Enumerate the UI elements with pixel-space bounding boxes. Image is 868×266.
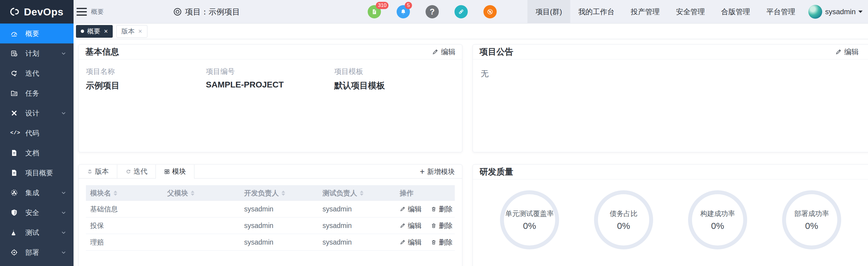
nav-item-workbench[interactable]: 我的工作台	[570, 0, 623, 24]
trash-icon	[431, 239, 437, 245]
basic-info-title: 基本信息	[85, 46, 119, 58]
security-icon	[10, 209, 18, 216]
nav-item-security-mgmt[interactable]: 安全管理	[668, 0, 713, 24]
sidebar-item-integration[interactable]: 集成	[0, 183, 73, 203]
sidebar-item-security[interactable]: 安全	[0, 203, 73, 223]
plan-icon	[10, 50, 18, 57]
tab-version[interactable]: 版本	[79, 165, 117, 178]
chevron-down-icon	[61, 51, 66, 56]
integration-icon	[10, 189, 18, 197]
sort-icon[interactable]	[281, 190, 285, 196]
sidebar-item-test[interactable]: 测试	[0, 223, 73, 242]
project-title: 项目：示例项目	[173, 0, 240, 24]
edit-basic-info-button[interactable]: 编辑	[432, 47, 456, 57]
column-module-name[interactable]: 模块名	[86, 188, 167, 198]
announcement-card: 项目公告 编辑 无	[472, 45, 868, 152]
add-module-button[interactable]: + 新增模块	[420, 165, 455, 179]
sidebar-item-iteration[interactable]: 迭代	[0, 63, 73, 83]
document-icon	[10, 149, 18, 157]
metric-debt-ratio: 债务占比 0%	[594, 190, 653, 249]
logo-text: DevOps	[24, 6, 64, 18]
bell-icon[interactable]: 5	[397, 5, 410, 19]
modules-tabstrip: 版本 迭代 模块 + 新增模块	[79, 165, 462, 179]
edit-announcement-button[interactable]: 编辑	[835, 47, 859, 57]
logo-icon	[10, 7, 20, 17]
metric-build-success-rate: 构建成功率 0%	[688, 190, 747, 249]
tag-version[interactable]: 版本 ×	[116, 25, 147, 38]
modules-table: 模块名 父模块 开发负责人 测试负责人 操作	[86, 185, 455, 250]
chevron-down-icon	[61, 190, 66, 196]
avatar	[808, 5, 822, 19]
close-icon[interactable]: ×	[104, 28, 108, 35]
disconnect-icon[interactable]	[484, 5, 497, 19]
document-icon[interactable]: 310	[368, 5, 381, 19]
pencil-icon	[835, 49, 842, 55]
quality-title: 研发质量	[479, 166, 513, 178]
pencil-icon	[400, 239, 406, 245]
layers-icon	[87, 169, 93, 175]
view-icon	[173, 7, 182, 16]
delete-row-button[interactable]: 删除	[431, 221, 453, 230]
nav-item-platform[interactable]: 平台管理	[758, 0, 804, 24]
tab-iteration[interactable]: 迭代	[117, 165, 156, 178]
module-icon	[164, 169, 170, 175]
quality-metrics: 单元测试覆盖率 0% 债务占比 0% 构建成功率 0% 部署成功率 0%	[473, 179, 868, 249]
top-navigation: 项目(群) 我的工作台 投产管理 安全管理 合版管理 平台管理 sysadmin	[527, 0, 868, 24]
tags-view-bar: 概要 × 版本 ×	[73, 24, 868, 39]
sidebar-item-docs[interactable]: 文档	[0, 143, 73, 163]
sidebar-item-overview[interactable]: 概要	[0, 24, 73, 43]
column-actions: 操作	[400, 188, 455, 198]
link-icon[interactable]	[455, 5, 468, 19]
username: sysadmin	[825, 7, 856, 16]
field-project-template: 项目模板 默认项目模板	[334, 67, 385, 91]
sidebar-item-code[interactable]: </> 代码	[0, 123, 73, 143]
nav-item-version-merge[interactable]: 合版管理	[713, 0, 758, 24]
quality-card: 研发质量 单元测试覆盖率 0% 债务占比 0% 构建成功率 0% 部署成功率 0…	[472, 165, 868, 266]
deploy-icon	[10, 248, 18, 256]
announcement-title: 项目公告	[479, 46, 513, 58]
edit-row-button[interactable]: 编辑	[400, 238, 422, 247]
delete-row-button[interactable]: 删除	[431, 238, 453, 247]
tab-module[interactable]: 模块	[156, 165, 194, 178]
sidebar-item-task[interactable]: 任务	[0, 83, 73, 103]
notification-count-badge: 5	[405, 2, 412, 9]
sort-icon[interactable]	[114, 190, 117, 196]
sort-icon[interactable]	[360, 190, 364, 196]
help-icon[interactable]: ?	[426, 5, 439, 19]
close-icon[interactable]: ×	[138, 28, 142, 35]
code-icon: </>	[10, 129, 18, 137]
announcement-content: 无	[473, 59, 868, 88]
nav-item-projects[interactable]: 项目(群)	[527, 0, 570, 24]
pencil-icon	[432, 49, 438, 55]
project-title-text: 项目：示例项目	[185, 7, 240, 17]
main-content: 基本信息 编辑 项目名称 示例项目 项目编号 SAMPLE-PROJECT 项目…	[73, 39, 868, 266]
sidebar-item-design[interactable]: 设计	[0, 103, 73, 123]
hamburger-icon[interactable]	[76, 8, 87, 16]
chevron-down-icon	[61, 230, 66, 235]
edit-row-button[interactable]: 编辑	[400, 205, 422, 214]
modules-card: 版本 迭代 模块 + 新增模块 模块名	[79, 165, 462, 266]
tag-overview[interactable]: 概要 ×	[76, 25, 113, 38]
nav-item-production[interactable]: 投产管理	[623, 0, 668, 24]
field-project-name: 项目名称 示例项目	[86, 67, 120, 91]
iteration-icon	[10, 69, 18, 77]
delete-row-button[interactable]: 删除	[431, 205, 453, 214]
sidebar: 概要 计划 迭代 任务 设计 </> 代码 文档 项目概要	[0, 24, 73, 266]
dashboard-icon	[10, 30, 18, 37]
user-menu[interactable]: sysadmin	[808, 5, 868, 19]
column-test-owner[interactable]: 测试负责人	[322, 188, 400, 198]
table-row: 理赔 sysadmin sysadmin 编辑 删除	[86, 234, 455, 250]
metric-unit-test-coverage: 单元测试覆盖率 0%	[500, 190, 559, 249]
column-parent-module[interactable]: 父模块	[167, 188, 244, 198]
sidebar-item-deploy[interactable]: 部署	[0, 242, 73, 262]
sidebar-item-plan[interactable]: 计划	[0, 43, 73, 63]
sidebar-item-project-summary[interactable]: 项目概要	[0, 163, 73, 183]
column-dev-owner[interactable]: 开发负责人	[244, 188, 322, 198]
chevron-down-icon	[61, 250, 66, 255]
trash-icon	[431, 206, 437, 212]
table-header-row: 模块名 父模块 开发负责人 测试负责人 操作	[86, 185, 455, 201]
trash-icon	[431, 223, 437, 229]
sort-icon[interactable]	[191, 190, 194, 196]
edit-row-button[interactable]: 编辑	[400, 221, 422, 230]
summary-icon	[10, 169, 18, 177]
